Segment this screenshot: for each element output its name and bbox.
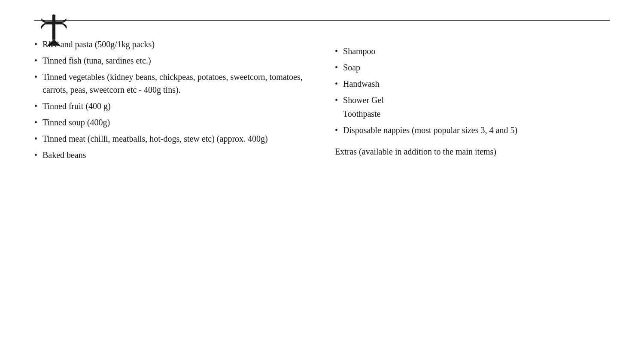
header [34,13,610,21]
logo-area [34,13,73,49]
content-columns: •Rice and pasta (500g/1kg packs)•Tinned … [34,38,610,165]
toiletries-list: •Shampoo•Soap•Handwash•Shower GelToothpa… [335,45,610,137]
list-item: •Shower GelToothpaste [335,94,610,120]
list-item: •Tinned fish (tuna, sardines etc.) [34,54,309,67]
bullet-icon: • [335,77,338,90]
bullet-icon: • [335,61,338,74]
list-item: •Handwash [335,77,610,90]
toiletries-column: •Shampoo•Soap•Handwash•Shower GelToothpa… [335,38,610,165]
list-item: •Baked beans [34,149,309,161]
svg-rect-0 [52,15,55,39]
list-item: •Soap [335,61,610,74]
bullet-icon: • [335,94,338,106]
list-item: •Rice and pasta (500g/1kg packs) [34,38,309,51]
list-item: •Shampoo [335,45,610,58]
bullet-icon: • [335,45,338,58]
bullet-icon: • [34,149,37,161]
shower-gel-label: Shower Gel [343,94,610,106]
extras-label: Extras (available in addition to the mai… [335,147,610,157]
bullet-icon: • [335,124,338,137]
food-items-list: •Rice and pasta (500g/1kg packs)•Tinned … [34,38,309,161]
bullet-icon: • [34,132,37,145]
list-item: •Tinned vegetables (kidney beans, chickp… [34,70,309,96]
food-items-column: •Rice and pasta (500g/1kg packs)•Tinned … [34,38,309,165]
bullet-icon: • [34,100,37,112]
list-item: •Disposable nappies (most popular sizes … [335,124,610,137]
list-item: •Tinned meat (chilli, meatballs, hot-dog… [34,132,309,145]
list-item: •Tinned fruit (400 g) [34,100,309,112]
logo-icon [38,13,70,49]
page-container: •Rice and pasta (500g/1kg packs)•Tinned … [0,0,644,182]
bullet-icon: • [34,70,37,83]
svg-rect-1 [45,21,62,24]
list-item: •Tinned soup (400g) [34,116,309,129]
toothpaste-label: Toothpaste [343,107,610,120]
bullet-icon: • [34,54,37,67]
bullet-icon: • [34,116,37,129]
